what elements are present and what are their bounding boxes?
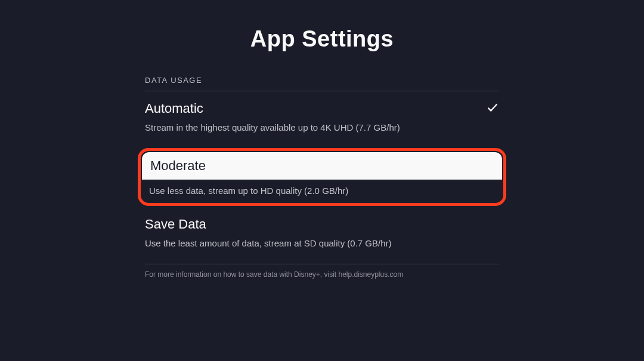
option-title: Automatic [145,101,203,116]
data-usage-option-automatic[interactable]: Automatic Stream in the highest quality … [145,101,499,143]
option-description: Use the least amount of data, stream at … [145,238,499,248]
option-description: Stream in the highest quality available … [145,122,499,132]
footer-divider: For more information on how to save data… [145,264,499,279]
option-title: Moderate [142,152,502,180]
data-usage-option-save-data[interactable]: Save Data Use the least amount of data, … [145,217,499,259]
option-description: Use less data, stream up to HD quality (… [141,180,503,203]
data-usage-option-moderate[interactable]: Moderate Use less data, stream up to HD … [138,148,506,206]
footer-text: For more information on how to save data… [145,270,499,279]
data-usage-section: DATA USAGE Automatic Stream in the highe… [145,76,499,279]
page-title: App Settings [250,26,394,52]
section-header: DATA USAGE [145,76,499,91]
check-icon [486,101,499,116]
option-title: Save Data [145,217,206,232]
